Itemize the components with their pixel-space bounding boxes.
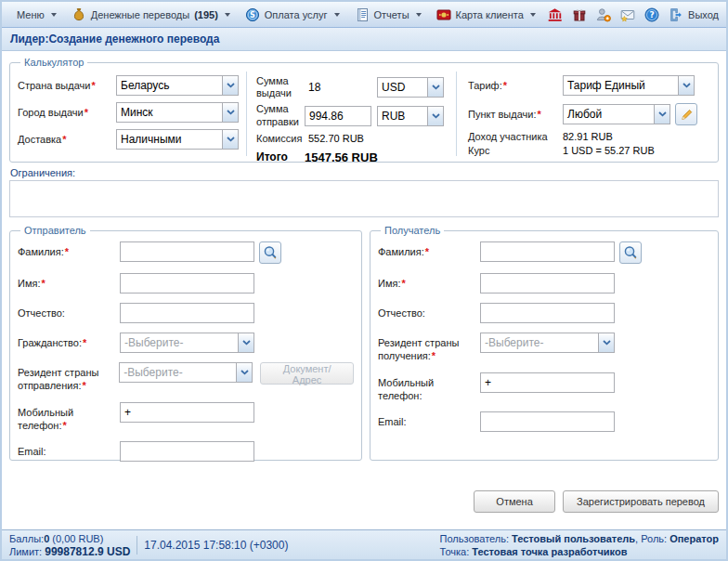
payout-currency-value: USD [378,78,427,97]
recipient-resident-select[interactable]: -Выберите- [480,333,615,353]
status-bar: Баллы:0 (0,00 RUB) Лимит: 99987812.9 USD… [2,529,726,559]
help-icon[interactable]: ? [644,7,659,22]
city-select[interactable]: Минск [116,102,239,123]
search-icon [623,245,638,260]
calculator-fieldset: Калькулятор Страна выдачи* Беларусь Горо… [9,57,719,163]
sender-citizenship-select[interactable]: -Выберите- [120,333,254,353]
sender-resident-select[interactable]: -Выберите- [119,362,253,383]
rate-value: 1 USD = 55.27 RUB [563,145,655,156]
chevron-down-icon [51,13,57,17]
city-value: Минск [117,103,222,122]
country-label: Страна выдачи* [18,80,116,91]
payout-point-value: Любой [564,105,654,124]
menu-reports[interactable]: Отчеты [347,5,429,25]
recipient-phone-input[interactable] [480,372,615,393]
points-label: Баллы: [9,533,44,544]
sender-phone-input[interactable] [120,402,254,423]
fee-value: 552.70 RUB [308,133,364,144]
money-transfers-label: Денежные переводы [91,9,189,20]
delivery-label: Доставка* [18,134,116,145]
payout-amount-value: 18 [305,81,377,94]
exit-button[interactable]: Выход [669,7,719,22]
user-label: Пользователь: [440,533,509,544]
exit-label: Выход [688,9,719,20]
limit-value: 99987812.9 USD [45,545,130,558]
fee-label: Комиссия [256,133,305,145]
svg-text:?: ? [649,10,654,20]
chevron-down-icon [427,78,443,97]
recipient-search-button[interactable] [619,241,642,264]
role-value: Оператор [670,533,719,544]
status-limits: Баллы:0 (0,00 RUB) Лимит: 99987812.9 USD [9,532,130,558]
page-titlebar: Лидер:Создание денежного перевода [2,28,726,51]
role-label: Роль: [641,533,667,544]
delivery-select[interactable]: Наличными [116,129,239,150]
send-currency-value: RUB [378,107,427,125]
menu-money-transfers[interactable]: Денежные переводы (195) [64,5,238,25]
sender-phone-label: Мобильный телефон:* [18,402,120,433]
chevron-down-icon [236,363,252,382]
payout-point-select[interactable]: Любой [563,104,670,124]
client-card-icon [436,7,451,22]
status-user-info: Пользователь: Тестовый пользователь, Рол… [440,532,719,558]
chevron-down-icon [654,105,670,124]
payout-amount-label: Сумма выдачи [256,75,305,99]
sender-patronymic-input[interactable] [120,303,254,323]
coin-icon: S [245,7,260,22]
add-user-icon[interactable] [596,7,611,22]
sender-legend: Отправитель [20,225,90,236]
svg-text:S: S [250,11,255,20]
tariff-select[interactable]: Тариф Единый [563,75,695,96]
user-value: Тестовый пользователь [512,533,635,544]
report-icon [355,7,370,22]
chevron-down-icon [222,76,238,95]
app-window: Меню Денежные переводы (195) S [0,0,728,561]
recipient-legend: Получатель [381,225,444,236]
total-label: Итого [256,150,305,163]
chevron-down-icon [530,13,536,17]
sender-search-button[interactable] [259,241,281,264]
recipient-name-input[interactable] [480,273,615,294]
gift-icon[interactable] [572,7,587,22]
recipient-surname-input[interactable] [480,241,615,262]
recipient-patronymic-input[interactable] [480,303,615,323]
edit-point-button[interactable] [675,103,697,125]
mail-icon[interactable] [620,7,635,22]
country-select[interactable]: Беларусь [116,75,239,96]
recipient-fieldset: Получатель Фамилия:* [370,225,719,461]
chevron-down-icon [222,103,238,122]
menu-button[interactable]: Меню [9,7,64,23]
exit-icon [669,7,683,22]
send-amount-input[interactable] [305,106,371,126]
menu-client-card[interactable]: Карта клиента [429,5,543,25]
sender-email-input[interactable] [120,441,254,462]
recipient-resident-label: Резидент страны получения:* [378,333,480,363]
sender-citizenship-label: Гражданство:* [18,333,120,349]
calculator-legend: Калькулятор [20,57,87,68]
sender-surname-input[interactable] [120,241,254,262]
recipient-email-input[interactable] [480,411,615,432]
sender-citizenship-placeholder: -Выберите- [121,333,238,352]
sender-email-label: Email: [18,441,120,458]
sender-name-input[interactable] [120,273,254,294]
toolbar-right-icons: ? Выход [547,7,719,22]
payout-point-label: Пункт выдачи:* [468,109,563,120]
bank-icon[interactable] [547,7,563,22]
register-transfer-button[interactable]: Зарегистрировать перевод [563,490,719,513]
cancel-button[interactable]: Отмена [474,490,555,513]
reports-label: Отчеты [374,9,410,20]
payout-currency-select[interactable]: USD [377,77,444,98]
total-value: 1547.56 RUB [305,150,378,164]
menu-payments[interactable]: S Оплата услуг [238,5,347,25]
restrictions-label: Ограничения: [10,167,719,178]
sender-document-address-button[interactable]: Документ/Адрес [260,362,354,385]
sender-surname-label: Фамилия:* [18,241,120,258]
chevron-down-icon [598,333,614,352]
recipient-phone-label: Мобильный телефон: [378,372,480,403]
calculator-tariff-column: Тариф:* Тариф Единый Пункт выдачи:* Любо… [456,72,710,156]
send-currency-select[interactable]: RUB [377,106,444,126]
tariff-value: Тариф Единый [564,76,678,95]
office-value: Тестовая точка разработчиков [472,546,627,557]
tariff-label: Тариф:* [468,80,563,91]
sender-fieldset: Отправитель Фамилия:* [9,225,362,461]
